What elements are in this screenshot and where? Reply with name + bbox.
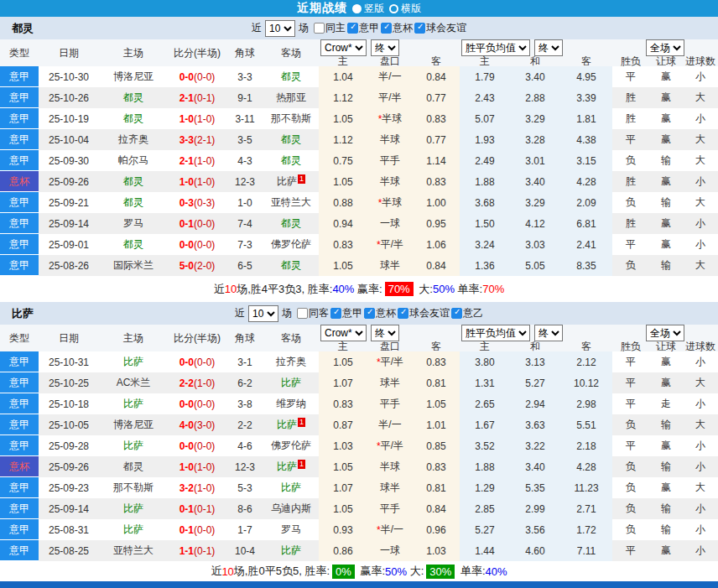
team-link[interactable]: 都灵 [123,112,143,126]
cell-handicap-result: 输 [649,498,683,519]
odds-final-select[interactable]: 终 [371,325,399,341]
cell-handicap-line: *平/半 [367,234,413,255]
filter-checkbox[interactable]: 意甲 [330,306,362,320]
checkbox-checked-icon[interactable] [364,308,375,319]
checkbox-unchecked-icon[interactable] [314,23,325,34]
filter-checkbox[interactable]: 意杯 [381,21,413,35]
team-link[interactable]: 比萨 [277,418,297,432]
team-link[interactable]: 拉齐奥 [276,355,306,369]
team-link[interactable]: 罗马 [123,216,143,231]
team-link[interactable]: 国际米兰 [113,258,153,273]
team-link[interactable]: AC米兰 [117,376,151,390]
cell-odds-away: 0.95 [413,213,460,234]
team-name: 比萨 [12,306,34,321]
filter-checkbox[interactable]: 意乙 [451,306,483,320]
filter-checkbox[interactable]: 球会友谊 [414,21,466,35]
team-link[interactable]: 博洛尼亚 [113,418,153,432]
bookmaker-select[interactable]: Crow* [320,39,367,56]
cell-odds-home: 0.94 [319,213,367,234]
scope-select[interactable]: 全场 [646,39,684,56]
league-type-badge: 意甲 [0,66,39,87]
filter-checkbox[interactable]: 同主 [314,21,346,35]
cell-odds-home: 1.05 [319,171,367,192]
cell-home-team: 博洛尼亚 [99,414,168,435]
match-count-select[interactable]: 10 [248,305,278,322]
team-link[interactable]: 都灵 [123,195,143,210]
team-link[interactable]: 都灵 [123,237,143,252]
team-link[interactable]: 都灵 [123,91,143,105]
layout-radio-vertical[interactable]: 竖版 [352,2,384,16]
cell-home-team: 比萨 [99,498,168,519]
radio-selected-icon[interactable] [352,4,362,13]
filter-checkbox[interactable]: 意甲 [347,21,379,35]
radio-unselected-icon[interactable] [389,4,398,13]
cell-handicap-line: *半球 [367,192,413,213]
team-link[interactable]: 比萨 [281,481,301,495]
checkbox-checked-icon[interactable] [330,308,341,319]
cell-home-team: 罗马 [99,213,168,234]
team-link[interactable]: 比萨 [277,460,297,474]
checkbox-checked-icon[interactable] [381,23,392,34]
team-link[interactable]: 那不勒斯 [271,112,311,126]
checkbox-checked-icon[interactable] [414,23,425,34]
team-link[interactable]: 佛罗伦萨 [271,439,311,453]
team-link[interactable]: 维罗纳 [276,397,306,411]
team-link[interactable]: 拉齐奥 [118,133,148,147]
team-link[interactable]: 乌迪内斯 [271,502,311,516]
avg-type-select[interactable]: 胜平负均值 [461,325,530,341]
team-link[interactable]: 比萨 [123,439,143,453]
col-avg-draw: 和 [510,56,560,66]
cell-avg-draw: 3.22 [510,435,560,456]
team-link[interactable]: 都灵 [281,216,301,231]
team-link[interactable]: 都灵 [281,154,301,168]
team-link[interactable]: 都灵 [123,174,143,189]
avg-final-select[interactable]: 终 [534,39,563,56]
odds-final-select[interactable]: 终 [371,39,399,56]
col-home: 主场 [99,325,168,351]
team-link[interactable]: 比萨 [123,523,143,537]
team-link[interactable]: 博洛尼亚 [113,70,153,84]
team-link[interactable]: 帕尔马 [118,154,148,168]
team-link[interactable]: 比萨 [123,397,143,411]
team-link[interactable]: 比萨 [281,544,301,558]
avg-type-select[interactable]: 胜平负均值 [461,39,530,56]
scope-select[interactable]: 全场 [646,325,684,341]
team-link[interactable]: 罗马 [281,523,301,537]
team-link[interactable]: 都灵 [281,133,301,147]
bookmaker-select[interactable]: Crow* [320,325,367,341]
team-link[interactable]: 都灵 [123,460,143,474]
team-link[interactable]: 亚特兰大 [113,544,153,558]
filter-checkbox[interactable]: 同客 [297,306,329,320]
filter-checkbox[interactable]: 意杯 [364,306,396,320]
team-link[interactable]: 比萨 [281,376,301,390]
checkbox-checked-icon[interactable] [347,23,358,34]
cell-handicap-line: 平手 [367,150,413,171]
match-row: 意甲25-09-28比萨0-0(0-0)4-6佛罗伦萨1.03*平/半0.853… [0,435,718,456]
checkbox-checked-icon[interactable] [398,308,408,319]
checkbox-unchecked-icon[interactable] [297,308,308,319]
cell-handicap-result: 赢 [649,372,683,393]
team-link[interactable]: 比萨 [123,502,143,516]
team-link[interactable]: 都灵 [281,258,301,273]
team-link[interactable]: 比萨 [277,174,297,189]
cell-date: 25-10-04 [39,129,99,150]
team-link[interactable]: 佛罗伦萨 [271,237,311,252]
team-link[interactable]: 热那亚 [276,91,306,105]
cell-home-team: 帕尔马 [99,150,168,171]
match-count-select[interactable]: 10 [265,20,295,37]
team-link[interactable]: 那不勒斯 [113,481,153,495]
team-link[interactable]: 比萨 [123,355,143,369]
section-head-pisa: 比萨 近 10 场 同客意甲意杯球会友谊意乙 [0,302,718,325]
cell-away-team: 维罗纳 [263,393,319,414]
team-link[interactable]: 都灵 [281,70,301,84]
avg-final-select[interactable]: 终 [534,325,563,341]
cell-avg-draw: 5.05 [510,255,560,276]
cell-home-team: 拉齐奥 [99,129,168,150]
team-link[interactable]: 亚特兰大 [271,195,311,210]
cell-avg-away: 3.15 [560,150,612,171]
cell-goals-result: 大 [683,87,718,108]
cell-avg-home: 1.88 [460,456,510,477]
filter-checkbox[interactable]: 球会友谊 [398,306,450,320]
layout-radio-horizontal[interactable]: 横版 [389,2,421,16]
checkbox-checked-icon[interactable] [451,308,462,319]
